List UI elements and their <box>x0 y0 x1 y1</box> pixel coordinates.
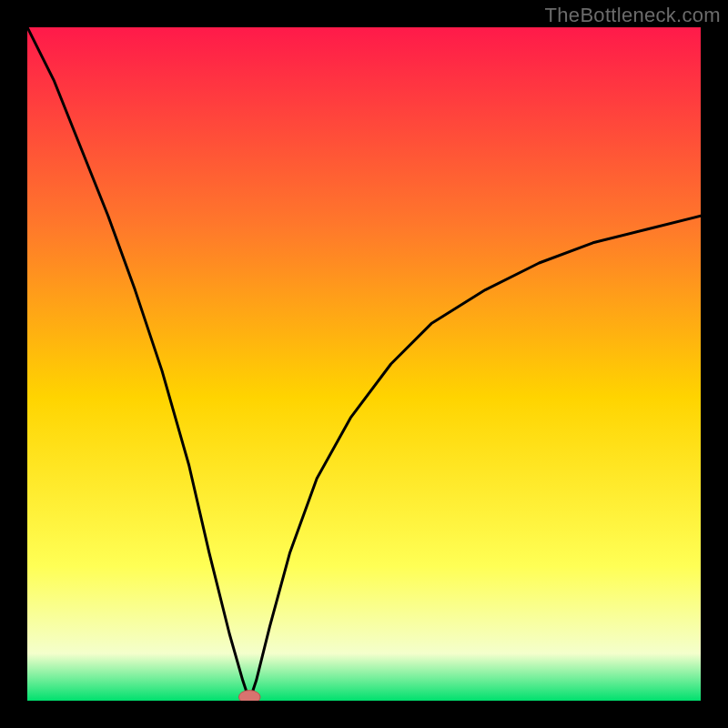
optimal-point-marker <box>238 691 260 701</box>
watermark-text: TheBottleneck.com <box>545 4 721 27</box>
chart-frame: TheBottleneck.com <box>0 0 728 728</box>
plot-area <box>27 27 701 701</box>
gradient-background <box>27 27 701 701</box>
chart-svg <box>27 27 701 701</box>
